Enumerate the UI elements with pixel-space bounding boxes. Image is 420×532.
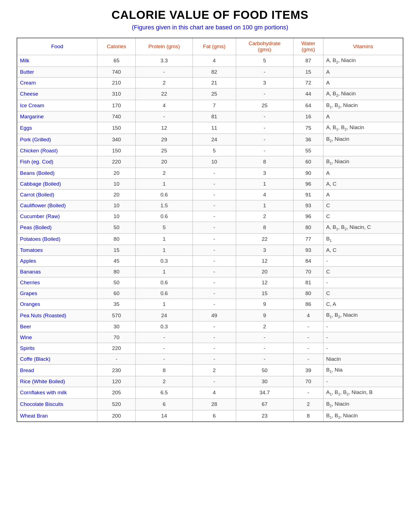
table-row: Fish (eg. Cod)2202010860B1, Niacin xyxy=(17,156,403,168)
data-cell: - xyxy=(136,66,193,77)
data-cell: 570 xyxy=(97,310,136,321)
food-name-cell: Eggs xyxy=(17,122,97,134)
data-cell: 14 xyxy=(136,410,193,422)
data-cell: 25 xyxy=(193,88,236,100)
table-row: Apples450.3-1284- xyxy=(17,256,403,267)
table-row: Potatoes (Boiled)801-2277B1 xyxy=(17,233,403,245)
vitamins-cell: - xyxy=(323,256,403,267)
data-cell: 12 xyxy=(236,277,293,288)
page-title: CALORIE VALUE OF FOOD ITEMS xyxy=(17,8,403,22)
table-row: Spirits220----- xyxy=(17,343,403,354)
vitamins-cell: A, C xyxy=(323,245,403,256)
data-cell: 70 xyxy=(293,376,323,387)
vitamins-cell: A xyxy=(323,77,403,88)
data-cell: 50 xyxy=(97,222,136,233)
food-name-cell: Coffe (Black) xyxy=(17,354,97,365)
vitamins-cell: A, B2, Niacin xyxy=(323,88,403,100)
vitamins-cell: A, B1, B2, Niacin, C xyxy=(323,222,403,233)
data-cell: 150 xyxy=(97,145,136,156)
data-cell: 93 xyxy=(293,200,323,211)
food-name-cell: Cauliflower (Boiled) xyxy=(17,200,97,211)
data-cell: 90 xyxy=(293,168,323,178)
data-cell: 5 xyxy=(193,145,236,156)
data-cell: 30 xyxy=(236,376,293,387)
food-name-cell: Wine xyxy=(17,332,97,343)
table-row: Grapes600.6-1580C xyxy=(17,288,403,299)
vitamins-cell: C xyxy=(323,211,403,222)
data-cell: 82 xyxy=(193,66,236,77)
vitamins-cell: A, B2, Niacin xyxy=(323,55,403,67)
data-cell: 2 xyxy=(136,376,193,387)
data-cell: 70 xyxy=(293,267,323,277)
data-cell: 8 xyxy=(293,410,323,422)
data-cell: 1 xyxy=(236,178,293,189)
table-row: Eggs1501211-75A, B1, B2, Niacin xyxy=(17,122,403,134)
data-cell: 0.3 xyxy=(136,256,193,267)
vitamins-cell: B1, B2, Niacin xyxy=(323,410,403,422)
table-row: Cabbage (Boiled)101-196A, C xyxy=(17,178,403,189)
data-cell: - xyxy=(193,277,236,288)
vitamins-cell: B1, Nia xyxy=(323,365,403,376)
data-cell: 22 xyxy=(236,233,293,245)
food-name-cell: Fish (eg. Cod) xyxy=(17,156,97,168)
food-name-cell: Grapes xyxy=(17,288,97,299)
data-cell: - xyxy=(193,354,236,365)
data-cell: 4 xyxy=(193,387,236,398)
food-name-cell: Chocolate Biscuits xyxy=(17,398,97,410)
vitamins-cell: B2, Niacin xyxy=(323,398,403,410)
food-name-cell: Oranges xyxy=(17,299,97,310)
data-cell: 15 xyxy=(97,245,136,256)
data-cell: 170 xyxy=(97,100,136,111)
data-cell: 2 xyxy=(136,77,193,88)
food-name-cell: Cornflakes with milk xyxy=(17,387,97,398)
data-cell: 36 xyxy=(293,134,323,145)
subtitle: (Figures given in this chart are based o… xyxy=(17,24,403,31)
food-table: Food Calories Protein (gms) Fat (gms) Ca… xyxy=(17,38,403,422)
data-cell: 96 xyxy=(293,211,323,222)
vitamins-cell: A xyxy=(323,66,403,77)
data-cell: 22 xyxy=(136,88,193,100)
data-cell: 4 xyxy=(293,310,323,321)
data-cell: 205 xyxy=(97,387,136,398)
data-cell: 10 xyxy=(193,156,236,168)
data-cell: 96 xyxy=(293,178,323,189)
data-cell: 87 xyxy=(293,55,323,67)
header-protein: Protein (gms) xyxy=(136,38,193,55)
data-cell: - xyxy=(293,332,323,343)
data-cell: 3 xyxy=(236,168,293,178)
data-cell: 80 xyxy=(97,267,136,277)
table-row: Cucumber (Raw)100.6-296C xyxy=(17,211,403,222)
vitamins-cell: B2, Niacin xyxy=(323,134,403,145)
food-name-cell: Pea Nuts (Roasted) xyxy=(17,310,97,321)
data-cell: 310 xyxy=(97,88,136,100)
data-cell: 0.6 xyxy=(136,277,193,288)
header-calories: Calories xyxy=(97,38,136,55)
header-fat: Fat (gms) xyxy=(193,38,236,55)
table-header-row: Food Calories Protein (gms) Fat (gms) Ca… xyxy=(17,38,403,55)
data-cell: 120 xyxy=(97,376,136,387)
data-cell: 740 xyxy=(97,66,136,77)
table-row: Cornflakes with milk2056.5434.7-A1, B1, … xyxy=(17,387,403,398)
data-cell: 1 xyxy=(136,245,193,256)
data-cell: - xyxy=(193,189,236,200)
data-cell: 150 xyxy=(97,122,136,134)
data-cell: 6.5 xyxy=(136,387,193,398)
table-row: Coffe (Black)-----Niacin xyxy=(17,354,403,365)
table-row: Milk653.34587A, B2, Niacin xyxy=(17,55,403,67)
food-name-cell: Cucumber (Raw) xyxy=(17,211,97,222)
table-row: Rice (White Boiled)1202-3070- xyxy=(17,376,403,387)
data-cell: - xyxy=(293,354,323,365)
data-cell: - xyxy=(193,200,236,211)
data-cell: - xyxy=(293,343,323,354)
food-name-cell: Cabbage (Boiled) xyxy=(17,178,97,189)
data-cell: 1 xyxy=(136,233,193,245)
data-cell: 220 xyxy=(97,343,136,354)
data-cell: 2 xyxy=(236,211,293,222)
data-cell: 8 xyxy=(236,156,293,168)
food-name-cell: Cheese xyxy=(17,88,97,100)
table-row: Cheese3102225-44A, B2, Niacin xyxy=(17,88,403,100)
data-cell: 0.6 xyxy=(136,288,193,299)
vitamins-cell: - xyxy=(323,321,403,332)
data-cell: 75 xyxy=(293,122,323,134)
data-cell: - xyxy=(193,321,236,332)
